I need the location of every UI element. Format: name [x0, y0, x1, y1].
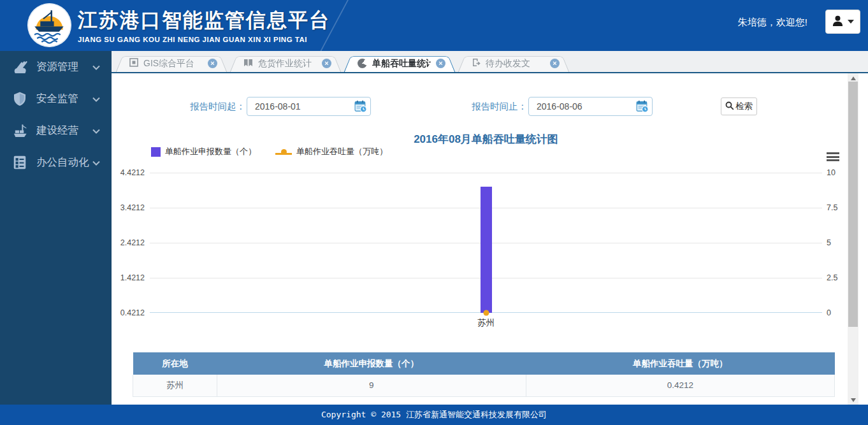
table-header-location: 所在地 [133, 352, 217, 375]
legend-bar-label: 单船作业申报数量（个） [165, 146, 256, 157]
table-header-throughput: 单船作业吞吐量（万吨） [526, 352, 834, 375]
caret-down-icon [848, 20, 854, 24]
scrollbar-down-arrow[interactable] [848, 395, 858, 405]
cell-declared-count: 9 [217, 375, 526, 396]
page: 江苏港口智能监管信息平台 JIANG SU GANG KOU ZHI NENG … [0, 0, 868, 425]
close-icon[interactable]: × [436, 59, 445, 68]
report-end-input[interactable] [528, 97, 653, 116]
sidebar-item-construction-operation[interactable]: 建设经营 [0, 115, 112, 147]
search-button[interactable]: 检索 [721, 97, 757, 115]
chevron-down-icon [92, 93, 100, 104]
tab-label: GIS综合平台 [143, 58, 203, 69]
table-row: 苏州 9 0.4212 [133, 375, 835, 396]
legend-line-label: 单船作业吞吐量（万吨） [296, 146, 387, 157]
legend-line-marker [275, 149, 292, 155]
sidebar-item-safety-supervision[interactable]: 安全监管 [0, 83, 112, 115]
sidebar-item-resource-management[interactable]: 资源管理 [0, 51, 112, 83]
calendar-icon[interactable] [636, 100, 649, 113]
shield-icon [11, 90, 29, 108]
tab-dangerous-cargo-stats[interactable]: 危货作业统计 × [229, 54, 342, 73]
cell-throughput: 0.4212 [526, 375, 834, 396]
stats-table: 所在地 单船作业申报数量（个） 单船作业吞吐量（万吨） 苏州 9 0.4212 [133, 352, 835, 397]
chart-menu-icon[interactable] [827, 152, 839, 163]
sidebar-item-label: 资源管理 [36, 60, 92, 74]
tab-gis-platform[interactable]: GIS综合平台 × [115, 54, 228, 73]
x-axis-category-label: 苏州 [477, 317, 495, 329]
legend-item-line[interactable]: 单船作业吞吐量（万吨） [275, 146, 387, 157]
cell-location: 苏州 [133, 375, 217, 396]
header: 江苏港口智能监管信息平台 JIANG SU GANG KOU ZHI NENG … [0, 0, 868, 51]
tab-pending-documents[interactable]: 待办收发文 × [458, 54, 570, 73]
table-header-row: 所在地 单船作业申报数量（个） 单船作业吞吐量（万吨） [133, 352, 835, 375]
legend-item-bar[interactable]: 单船作业申报数量（个） [151, 146, 256, 157]
flags-icon [243, 58, 253, 69]
left-axis-tick: 0.4212 [113, 308, 145, 317]
office-grid-icon [11, 154, 29, 171]
tab-single-ship-throughput-stats[interactable]: 单船吞吐量统计 × [344, 54, 456, 73]
search-icon [725, 101, 734, 112]
chart-legend: 单船作业申报数量（个） 单船作业吞吐量（万吨） [151, 146, 387, 157]
close-icon[interactable]: × [208, 59, 217, 68]
vertical-scrollbar[interactable] [848, 73, 858, 405]
line-point-throughput[interactable] [483, 310, 489, 316]
user-menu-button[interactable] [825, 10, 860, 34]
tab-label: 单船吞吐量统计 [372, 58, 431, 69]
left-axis-tick: 3.4212 [113, 203, 145, 212]
close-icon[interactable]: × [322, 59, 331, 68]
port-logo [27, 3, 72, 48]
tab-bar: GIS综合平台 × 危货作业统计 × [112, 51, 868, 73]
report-start-field [247, 97, 371, 116]
left-axis-tick: 2.4212 [113, 238, 145, 247]
sidebar-item-label: 安全监管 [36, 92, 92, 106]
sidebar: 资源管理 安全监管 [0, 51, 112, 405]
report-end-field [528, 97, 653, 116]
welcome-text: 朱培德，欢迎您! [738, 17, 807, 29]
app-subtitle: JIANG SU GANG KOU ZHI NENG JIAN GUAN XIN… [78, 36, 330, 43]
tab-label: 危货作业统计 [258, 58, 317, 69]
left-axis-tick: 4.4212 [113, 168, 145, 177]
user-icon [832, 15, 844, 29]
legend-bar-swatch [151, 147, 161, 157]
image-icon [129, 58, 138, 69]
app-title-block: 江苏港口智能监管信息平台 JIANG SU GANG KOU ZHI NENG … [78, 7, 330, 43]
bar-chart-plot: 4.4212 3.4212 2.4212 1.4212 0.4212 10 7.… [150, 173, 822, 313]
main-content: GIS综合平台 × 危货作业统计 × [112, 51, 868, 405]
tab-label: 待办收发文 [486, 58, 545, 69]
chevron-down-icon [92, 61, 100, 73]
report-end-label: 报告时间止： [440, 97, 527, 116]
bar-single-ship-count[interactable] [481, 187, 492, 313]
calendar-icon[interactable] [354, 100, 367, 113]
report-start-input[interactable] [247, 97, 371, 116]
close-icon[interactable]: × [550, 59, 560, 68]
search-button-label: 检索 [735, 101, 753, 112]
scrollbar-thumb[interactable] [848, 82, 858, 327]
copyright-text: Copyright © 2015 江苏省新通智能交通科技发展有限公司 [321, 409, 547, 421]
report-panel: 报告时间起： 报告时间止： [112, 73, 860, 405]
chart-title: 2016年08月单船吞吐量统计图 [112, 132, 860, 147]
footer: Copyright © 2015 江苏省新通智能交通科技发展有限公司 [0, 405, 868, 425]
ship-icon [11, 122, 29, 140]
report-start-label: 报告时间起： [163, 97, 245, 116]
sidebar-item-label: 办公自动化 [36, 155, 92, 169]
sidebar-item-office-automation[interactable]: 办公自动化 [0, 147, 112, 178]
chevron-down-icon [92, 125, 100, 136]
hand-resource-icon [11, 58, 29, 76]
pie-chart-icon [358, 59, 367, 68]
sidebar-item-label: 建设经营 [36, 124, 92, 138]
file-send-icon [472, 58, 481, 69]
chevron-down-icon [92, 157, 100, 168]
table-header-declared-count: 单船作业申报数量（个） [217, 352, 526, 375]
app-title: 江苏港口智能监管信息平台 [78, 7, 330, 34]
left-axis-tick: 1.4212 [113, 273, 145, 282]
